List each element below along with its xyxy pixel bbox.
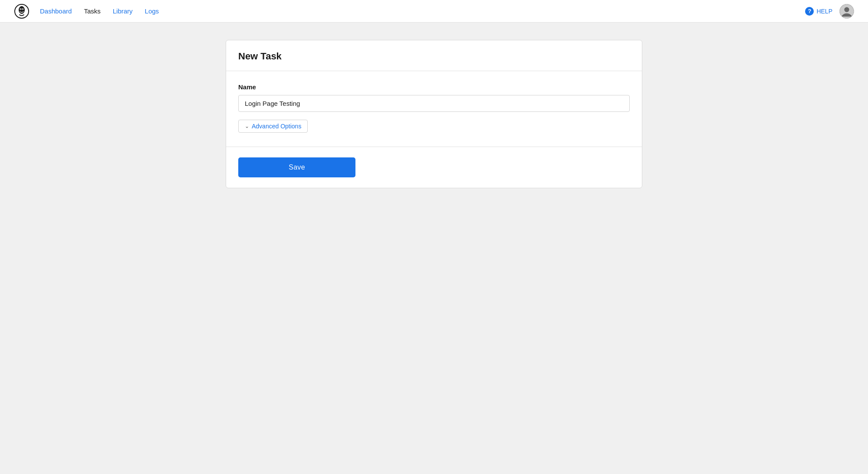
svg-point-4 xyxy=(20,9,21,10)
main-content: New Task Name ⌄ Advanced Options Save xyxy=(0,23,868,206)
svg-point-5 xyxy=(23,9,23,10)
help-label: HELP xyxy=(816,8,832,15)
card-body: Name ⌄ Advanced Options xyxy=(226,71,642,147)
nav-dashboard[interactable]: Dashboard xyxy=(40,7,72,15)
help-icon: ? xyxy=(805,7,814,16)
help-link[interactable]: ? HELP xyxy=(805,7,832,16)
nav-tasks[interactable]: Tasks xyxy=(84,7,100,15)
navbar-right: ? HELP xyxy=(805,4,854,19)
name-input[interactable] xyxy=(238,95,630,112)
nav-library[interactable]: Library xyxy=(113,7,133,15)
navbar: Dashboard Tasks Library Logs ? HELP xyxy=(0,0,868,23)
nav-links: Dashboard Tasks Library Logs xyxy=(40,7,159,15)
svg-point-7 xyxy=(844,7,849,12)
advanced-options-button[interactable]: ⌄ Advanced Options xyxy=(238,120,308,133)
card-header: New Task xyxy=(226,40,642,71)
app-logo[interactable] xyxy=(14,3,30,19)
save-button[interactable]: Save xyxy=(238,157,355,177)
card-title: New Task xyxy=(238,51,630,62)
new-task-card: New Task Name ⌄ Advanced Options Save xyxy=(226,40,642,188)
name-label: Name xyxy=(238,83,630,91)
nav-logs[interactable]: Logs xyxy=(145,7,159,15)
chevron-down-icon: ⌄ xyxy=(245,123,249,129)
avatar[interactable] xyxy=(839,4,854,19)
card-footer: Save xyxy=(226,147,642,188)
advanced-options-label: Advanced Options xyxy=(252,123,301,130)
svg-point-1 xyxy=(19,6,25,14)
